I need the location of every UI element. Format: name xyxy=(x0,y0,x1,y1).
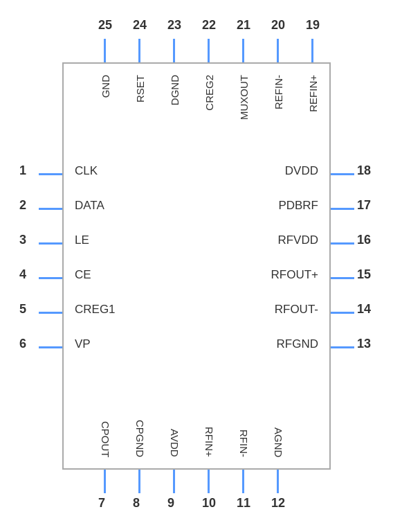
pin-stub-left-5 xyxy=(39,312,62,314)
pin-number-top-22: 22 xyxy=(202,18,216,33)
pin-stub-right-17 xyxy=(331,208,354,210)
pin-stub-right-18 xyxy=(331,173,354,175)
pin-label-left-3: LE xyxy=(75,233,89,247)
pin-number-bottom-9: 9 xyxy=(167,496,174,511)
pin-label-right-13: RFGND xyxy=(277,337,318,351)
pin-number-top-25: 25 xyxy=(98,18,112,33)
pin-number-bottom-10: 10 xyxy=(202,496,216,511)
pin-stub-left-3 xyxy=(39,242,62,245)
pin-label-bottom-9: AVDD xyxy=(169,429,181,457)
pin-number-right-17: 17 xyxy=(357,198,371,213)
pin-stub-right-13 xyxy=(331,346,354,348)
pin-label-bottom-12: AGND xyxy=(273,427,284,457)
pin-label-bottom-8: CPGND xyxy=(134,420,146,457)
pin-number-left-2: 2 xyxy=(19,198,26,213)
pin-label-right-18: DVDD xyxy=(285,164,318,178)
pin-number-right-13: 13 xyxy=(357,337,371,351)
pin-number-bottom-7: 7 xyxy=(98,496,105,511)
ic-body xyxy=(62,62,331,470)
pin-label-left-2: DATA xyxy=(75,199,104,213)
pin-label-left-4: CE xyxy=(75,268,91,282)
pin-label-bottom-7: CPOUT xyxy=(100,421,111,458)
pin-label-bottom-11: RFIN- xyxy=(238,429,250,457)
pin-stub-top-19 xyxy=(311,39,313,62)
pin-label-bottom-10: RFIN+ xyxy=(203,427,215,457)
pin-stub-bottom-12 xyxy=(277,470,279,493)
pin-stub-left-2 xyxy=(39,208,62,210)
pin-number-left-3: 3 xyxy=(19,233,26,247)
pin-stub-left-1 xyxy=(39,173,62,175)
pin-label-right-16: RFVDD xyxy=(277,233,318,247)
pin-stub-left-4 xyxy=(39,277,62,279)
pin-label-left-1: CLK xyxy=(75,164,98,178)
pin-number-left-1: 1 xyxy=(19,163,26,178)
pin-number-left-5: 5 xyxy=(19,302,26,317)
pin-number-left-6: 6 xyxy=(19,337,26,351)
pin-stub-bottom-8 xyxy=(138,470,140,493)
pin-stub-right-15 xyxy=(331,277,354,279)
pin-stub-bottom-7 xyxy=(104,470,106,493)
pin-stub-right-14 xyxy=(331,312,354,314)
pin-label-right-14: RFOUT- xyxy=(275,303,318,317)
pin-label-top-21: MUXOUT xyxy=(238,75,250,120)
pin-number-bottom-11: 11 xyxy=(237,496,250,511)
pin-stub-top-20 xyxy=(277,39,279,62)
pin-label-left-5: CREG1 xyxy=(75,303,116,317)
pin-label-top-23: DGND xyxy=(169,75,181,105)
pin-label-top-19: REFIN+ xyxy=(307,75,319,112)
pin-stub-left-6 xyxy=(39,346,62,348)
pin-stub-top-24 xyxy=(138,39,140,62)
pin-stub-top-25 xyxy=(104,39,106,62)
pin-number-bottom-12: 12 xyxy=(271,496,285,511)
pin-stub-bottom-11 xyxy=(242,470,244,493)
pin-label-top-20: REFIN- xyxy=(273,75,284,109)
pin-label-top-25: GND xyxy=(100,75,111,98)
pin-number-top-19: 19 xyxy=(306,18,320,33)
pin-number-right-15: 15 xyxy=(357,267,371,282)
pin-number-top-23: 23 xyxy=(167,18,181,33)
pin-label-left-6: VP xyxy=(75,337,91,351)
pin-number-top-21: 21 xyxy=(237,18,250,33)
pin-stub-bottom-10 xyxy=(208,470,210,493)
pin-stub-right-16 xyxy=(331,242,354,245)
pin-label-right-15: RFOUT+ xyxy=(271,268,318,282)
pin-number-right-18: 18 xyxy=(357,163,371,178)
pin-stub-top-23 xyxy=(173,39,175,62)
pin-number-right-14: 14 xyxy=(357,302,371,317)
pin-number-right-16: 16 xyxy=(357,233,371,247)
pin-number-top-24: 24 xyxy=(133,18,147,33)
pin-number-bottom-8: 8 xyxy=(133,496,140,511)
pin-stub-top-21 xyxy=(242,39,244,62)
pin-label-right-17: PDBRF xyxy=(278,199,318,213)
pin-label-top-24: RSET xyxy=(134,75,146,103)
pin-stub-top-22 xyxy=(208,39,210,62)
pin-label-top-22: CREG2 xyxy=(203,75,215,111)
pin-number-top-20: 20 xyxy=(271,18,285,33)
diagram-container: 1CLK2DATA3LE4CE5CREG16VP18DVDD17PDBRF16R… xyxy=(0,0,393,532)
pin-number-left-4: 4 xyxy=(19,267,26,282)
pin-stub-bottom-9 xyxy=(173,470,175,493)
